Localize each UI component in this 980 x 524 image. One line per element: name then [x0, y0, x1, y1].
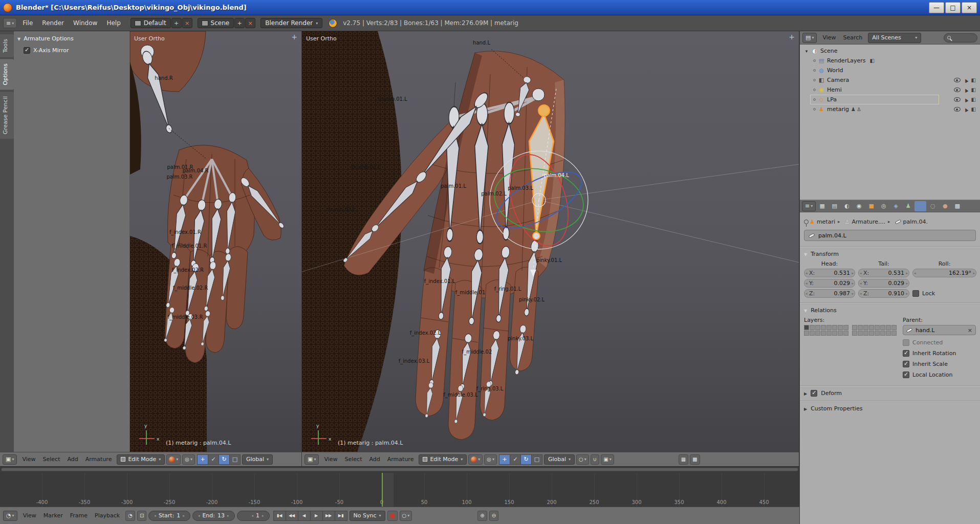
scale-manipulator-button[interactable]: □: [229, 454, 241, 465]
visibility-eye-icon[interactable]: [954, 78, 961, 82]
info-editor-type-button[interactable]: ≡▾: [3, 18, 17, 28]
armature-layer-toggle[interactable]: [810, 325, 815, 330]
armature-layer-toggle[interactable]: [875, 331, 880, 336]
armature-options-panel-header[interactable]: Armature Options: [17, 35, 126, 42]
head-number-field[interactable]: X:0.531: [804, 269, 855, 277]
pivot-center-button[interactable]: ◎▾: [182, 454, 195, 465]
lock-option[interactable]: Lock: [912, 289, 976, 298]
render-layers-tab[interactable]: ▤: [829, 201, 840, 211]
local-location-checkbox[interactable]: Local Location: [903, 372, 976, 378]
header-menu[interactable]: Select: [341, 455, 366, 464]
armature-layer-toggle[interactable]: [843, 325, 848, 330]
tail-number-field[interactable]: Z:0.910: [858, 289, 909, 298]
outliner-item-label[interactable]: Hemi: [827, 86, 842, 93]
armature-layer-toggle[interactable]: [886, 331, 891, 336]
armature-layer-toggle[interactable]: [843, 331, 848, 336]
outliner-item-label[interactable]: Camera: [827, 77, 849, 83]
header-menu[interactable]: Add: [63, 455, 81, 464]
breadcrumb-item[interactable]: metari: [810, 219, 835, 225]
outliner-search-field[interactable]: [944, 33, 977, 42]
maximize-button[interactable]: □: [945, 2, 961, 13]
breadcrumb-item[interactable]: Armature....: [835, 219, 885, 225]
timeline-menu[interactable]: Playback: [91, 511, 123, 520]
jump-to-end-button[interactable]: ▶▮: [335, 511, 347, 521]
armature-layer-toggle[interactable]: [815, 331, 820, 336]
header-menu[interactable]: Add: [365, 455, 383, 464]
scale-manipulator-button[interactable]: □: [531, 454, 542, 465]
editor-type-button[interactable]: ▤▾: [802, 33, 817, 43]
material-tab[interactable]: ●: [939, 201, 951, 211]
x-axis-mirror-option[interactable]: X-Axis Mirror: [24, 47, 126, 54]
proportional-editing-button[interactable]: ○▾: [576, 454, 589, 465]
editor-type-button[interactable]: ≡▾: [802, 201, 816, 211]
render-engine-dropdown[interactable]: Blender Render▾: [260, 18, 322, 28]
topbar-menu[interactable]: Window: [69, 18, 102, 28]
expand-dot-icon[interactable]: [813, 108, 816, 111]
armature-layer-toggle[interactable]: [858, 331, 863, 336]
start-frame-field[interactable]: ◂Start:1▸: [148, 511, 190, 521]
modifiers-tab[interactable]: ◈: [890, 201, 902, 211]
header-menu[interactable]: Armature: [82, 455, 116, 464]
checkbox-icon[interactable]: [903, 350, 909, 357]
bone-name-field[interactable]: palm.04.L: [804, 230, 976, 241]
delete-keyframe-button[interactable]: ⊖: [489, 511, 498, 521]
header-menu[interactable]: Select: [39, 455, 64, 464]
3d-scene-right[interactable]: [302, 31, 799, 452]
armature-layer-toggle[interactable]: [838, 331, 843, 336]
checkbox-icon[interactable]: [903, 361, 909, 367]
armature-layer-toggle[interactable]: [863, 325, 868, 330]
topbar-menu[interactable]: Render: [37, 18, 69, 28]
armature-layer-toggle[interactable]: [852, 331, 857, 336]
tail-number-field[interactable]: Y:0.029: [858, 279, 909, 288]
record-button[interactable]: [387, 511, 398, 521]
topbar-menu[interactable]: File: [18, 18, 37, 28]
inherit-rotation-checkbox[interactable]: Inherit Rotation: [903, 350, 976, 357]
expand-dot-icon[interactable]: [813, 79, 816, 81]
outliner-row-renderlayers[interactable]: RenderLayers ◧: [800, 56, 980, 66]
tab-options[interactable]: Options: [0, 59, 14, 90]
texture-tab[interactable]: ▩: [951, 201, 963, 211]
region-expand-button[interactable]: +: [291, 33, 297, 41]
renderability-camera-icon[interactable]: [971, 77, 976, 83]
renderability-camera-icon[interactable]: ◧: [870, 58, 875, 63]
region-expand-button[interactable]: +: [789, 33, 795, 41]
armature-layer-toggle[interactable]: [826, 325, 832, 330]
visibility-eye-icon[interactable]: [954, 107, 961, 112]
deform-panel-header[interactable]: Deform: [804, 388, 976, 398]
outliner-row-camera[interactable]: Camera ◧: [800, 75, 980, 85]
frame-lock-button[interactable]: ⊡: [137, 511, 146, 521]
add-layout-button[interactable]: +: [171, 18, 182, 28]
3d-scene-left[interactable]: [130, 31, 301, 452]
add-scene-button[interactable]: +: [234, 18, 245, 28]
delete-scene-button[interactable]: ×: [245, 18, 255, 28]
snap-element-dropdown[interactable]: ▣▾: [601, 454, 614, 465]
orientation-dropdown[interactable]: Global▾: [544, 454, 575, 465]
delete-layout-button[interactable]: ×: [182, 18, 192, 28]
tab-tools[interactable]: Tools: [0, 34, 14, 57]
search-input[interactable]: [953, 35, 974, 40]
pin-icon[interactable]: [804, 220, 809, 224]
armature-layer-toggle[interactable]: [858, 325, 863, 330]
translate-manipulator-button[interactable]: ✓: [208, 454, 219, 465]
armature-layer-toggle[interactable]: [863, 331, 868, 336]
editor-type-button[interactable]: ▣▾: [3, 454, 17, 465]
armature-layer-toggle[interactable]: [804, 325, 809, 330]
expand-dot-icon[interactable]: [813, 69, 816, 72]
outliner-menu[interactable]: Search: [840, 33, 866, 42]
outliner-menu[interactable]: View: [819, 33, 839, 42]
timeline-menu[interactable]: Marker: [40, 511, 67, 520]
outliner-row-world[interactable]: World ◧: [800, 66, 980, 75]
armature-layer-toggle[interactable]: [821, 325, 826, 330]
expand-dot-icon[interactable]: [813, 59, 816, 62]
armature-layer-toggle[interactable]: [838, 325, 843, 330]
viewport-shading-button[interactable]: ▾: [166, 454, 181, 465]
outliner-row-metarig[interactable]: metarig ♟♙ ◧: [800, 104, 980, 114]
orientation-dropdown[interactable]: Global▾: [242, 454, 273, 465]
deform-checkbox[interactable]: [811, 390, 817, 397]
manipulator-toggle-button[interactable]: +: [197, 454, 208, 465]
selectability-cursor-icon[interactable]: [964, 86, 968, 93]
timeline-scrollbar[interactable]: [1, 468, 798, 471]
armature-layer-toggle[interactable]: [891, 325, 897, 330]
outliner-item-label[interactable]: metarig: [827, 106, 849, 113]
outliner-row-hemi[interactable]: Hemi ◧: [800, 85, 980, 95]
